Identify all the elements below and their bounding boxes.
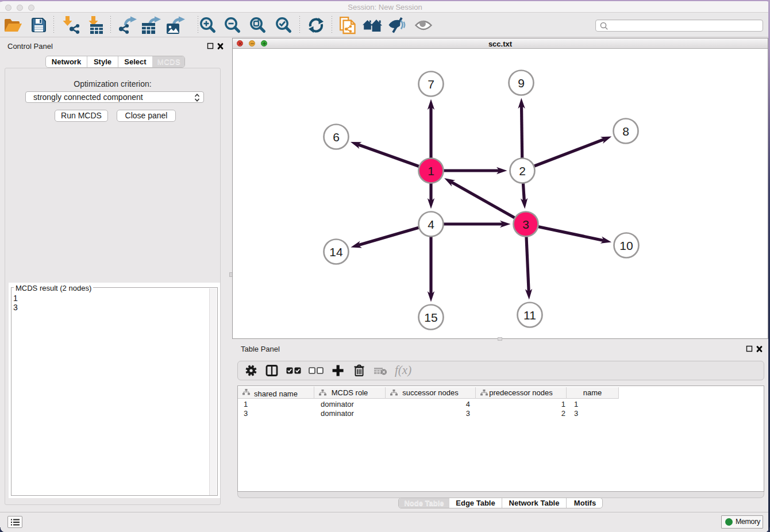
svg-text:11: 11 bbox=[523, 309, 536, 322]
svg-text:3: 3 bbox=[522, 218, 529, 231]
svg-text:8: 8 bbox=[622, 125, 629, 138]
svg-text:6: 6 bbox=[333, 130, 340, 144]
svg-text:1: 1 bbox=[428, 164, 434, 178]
svg-text:7: 7 bbox=[428, 78, 434, 91]
svg-text:14: 14 bbox=[329, 245, 343, 259]
svg-text:2: 2 bbox=[519, 164, 526, 178]
svg-text:4: 4 bbox=[428, 218, 434, 231]
svg-text:10: 10 bbox=[619, 239, 633, 252]
svg-text:9: 9 bbox=[518, 76, 525, 90]
svg-text:15: 15 bbox=[424, 311, 437, 324]
